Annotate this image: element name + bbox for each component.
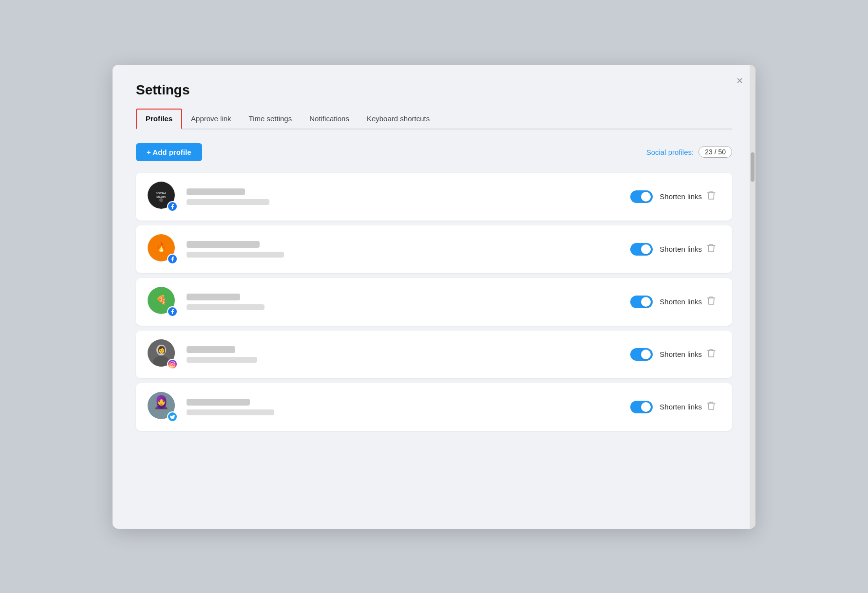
profile-row: 👩 Shorten xyxy=(136,331,732,378)
toolbar: + Add profile Social profiles: 23 / 50 xyxy=(136,143,732,161)
profile-row: 🔥 Shorten xyxy=(136,225,732,273)
svg-text:👩: 👩 xyxy=(157,346,166,354)
tab-notifications[interactable]: Notifications xyxy=(301,110,358,129)
tabs-bar: Profiles Approve link Time settings Noti… xyxy=(136,109,732,130)
shorten-section: Shorten links xyxy=(630,296,702,308)
svg-point-14 xyxy=(173,362,174,363)
avatar: 🍕 xyxy=(148,287,178,317)
settings-modal: × Settings Profiles Approve link Time se… xyxy=(113,65,755,529)
profile-name-blur xyxy=(187,346,235,353)
shorten-label: Shorten links xyxy=(660,245,702,253)
profile-sub-blur xyxy=(187,357,257,363)
profile-info xyxy=(187,346,611,363)
profile-sub-blur xyxy=(187,252,284,258)
facebook-badge xyxy=(167,201,178,212)
profile-info xyxy=(187,188,611,205)
profile-row: 🍕 Shorten xyxy=(136,278,732,326)
shorten-section: Shorten links xyxy=(630,348,702,361)
shorten-toggle[interactable] xyxy=(630,348,653,361)
shorten-label: Shorten links xyxy=(660,350,702,358)
scrollbar-track[interactable] xyxy=(750,65,755,529)
shorten-toggle[interactable] xyxy=(630,190,653,203)
svg-point-3 xyxy=(159,198,163,202)
tab-time-settings[interactable]: Time settings xyxy=(240,110,301,129)
tab-approve-link[interactable]: Approve link xyxy=(182,110,240,129)
svg-point-13 xyxy=(171,363,173,365)
instagram-badge xyxy=(167,359,178,370)
delete-button[interactable] xyxy=(702,187,720,205)
delete-button[interactable] xyxy=(702,345,720,363)
tab-keyboard-shortcuts[interactable]: Keyboard shortcuts xyxy=(358,110,438,129)
tab-profiles[interactable]: Profiles xyxy=(136,109,182,130)
profile-row: SOCIAL MEDIA xyxy=(136,173,732,221)
profile-name-blur xyxy=(187,241,260,248)
avatar: SOCIAL MEDIA xyxy=(148,182,178,212)
profile-sub-blur xyxy=(187,304,264,310)
profile-row: 🧕 Shorten xyxy=(136,383,732,431)
profile-sub-blur xyxy=(187,199,269,205)
shorten-section: Shorten links xyxy=(630,243,702,256)
avatar: 🧕 xyxy=(148,392,178,422)
svg-text:MEDIA: MEDIA xyxy=(156,195,166,198)
close-button[interactable]: × xyxy=(735,74,745,88)
facebook-badge xyxy=(167,254,178,264)
add-profile-button[interactable]: + Add profile xyxy=(136,143,202,161)
delete-button[interactable] xyxy=(702,398,720,416)
shorten-toggle[interactable] xyxy=(630,243,653,256)
shorten-toggle[interactable] xyxy=(630,296,653,308)
shorten-section: Shorten links xyxy=(630,190,702,203)
avatar: 👩 xyxy=(148,339,178,370)
svg-text:🍕: 🍕 xyxy=(156,295,167,305)
twitter-badge xyxy=(167,411,178,422)
social-profiles-info: Social profiles: 23 / 50 xyxy=(646,146,732,158)
profile-info xyxy=(187,294,611,310)
profile-count-badge: 23 / 50 xyxy=(698,146,732,158)
svg-rect-12 xyxy=(170,362,175,367)
shorten-label: Shorten links xyxy=(660,297,702,306)
profile-sub-blur xyxy=(187,409,274,415)
scrollbar-thumb[interactable] xyxy=(751,152,755,182)
avatar: 🔥 xyxy=(148,234,178,264)
shorten-section: Shorten links xyxy=(630,401,702,413)
facebook-badge xyxy=(167,306,178,317)
modal-title: Settings xyxy=(136,82,732,98)
profile-name-blur xyxy=(187,294,240,300)
content-area: + Add profile Social profiles: 23 / 50 S… xyxy=(136,130,732,529)
svg-text:SOCIAL: SOCIAL xyxy=(156,192,167,195)
social-profiles-label: Social profiles: xyxy=(646,148,694,156)
profile-info xyxy=(187,399,611,415)
svg-text:🔥: 🔥 xyxy=(156,242,167,253)
shorten-label: Shorten links xyxy=(660,192,702,201)
delete-button[interactable] xyxy=(702,240,720,258)
delete-button[interactable] xyxy=(702,293,720,311)
profile-name-blur xyxy=(187,399,250,406)
profile-name-blur xyxy=(187,188,245,195)
profile-info xyxy=(187,241,611,258)
shorten-toggle[interactable] xyxy=(630,401,653,413)
profiles-list: SOCIAL MEDIA xyxy=(136,173,732,431)
shorten-label: Shorten links xyxy=(660,403,702,411)
svg-text:🧕: 🧕 xyxy=(153,394,170,410)
